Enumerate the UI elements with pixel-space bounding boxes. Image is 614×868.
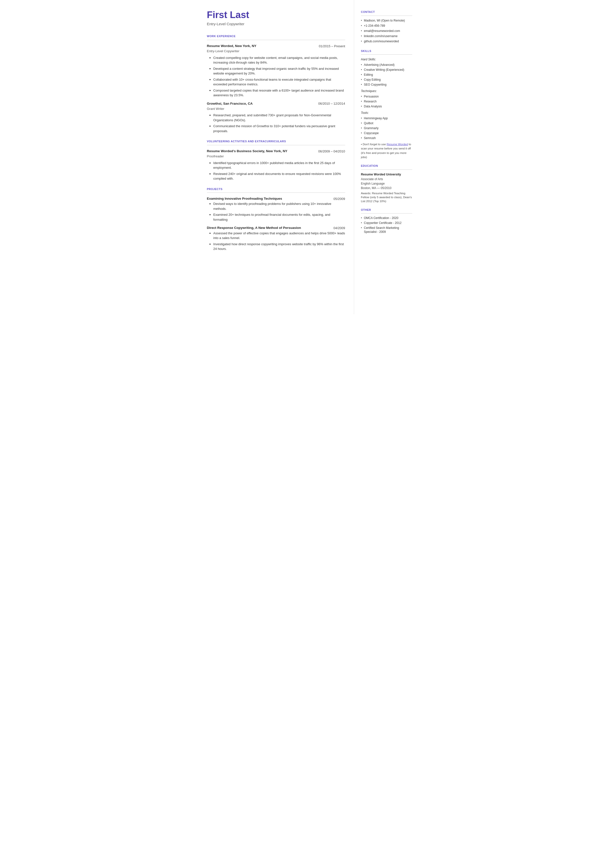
techniques-label: Techniques: [361,89,412,93]
volunteer-1-company: Resume Worded's Business Society, New Yo… [207,149,288,154]
edu-school: Resume Worded University [361,172,412,177]
list-item: Devised ways to identify proofreading pr… [209,202,345,211]
list-item: Communicated the mission of Growthsi to … [209,124,345,134]
work-experience-divider [207,40,345,40]
list-item: Reviewed 240+ original and revised docum… [209,171,345,181]
project-1: Examining Innovative Proofreading Techni… [207,196,345,222]
projects-heading: PROJECTS [207,187,345,191]
list-item: Madison, WI (Open to Remote) [361,18,412,23]
edu-degree: Associate of Arts [361,177,412,182]
list-item: Research [361,99,412,104]
project-2-title: Direct Response Copywriting, A New Metho… [207,225,301,230]
education-divider [361,169,412,170]
list-item: Persuasion [361,94,412,99]
job-2-dates: 06/2010 – 12/2014 [318,101,345,106]
project-1-title: Examining Innovative Proofreading Techni… [207,196,282,201]
job-1-bullets: Created compelling copy for website cont… [207,56,345,98]
job-1: Resume Worded, New York, NY 01/2015 – Pr… [207,43,345,98]
list-item: Examined 20+ techniques to proofread fin… [209,212,345,222]
hard-skills-list: Advertising (Advanced) Creative Writing … [361,63,412,87]
edu-field: English Language [361,182,412,186]
contact-list: Madison, WI (Open to Remote) +1-234-456-… [361,18,412,43]
list-item: Quilbot [361,121,412,126]
list-item: Collaborated with 10+ cross-functional t… [209,77,345,87]
volunteer-1-dates: 06/2009 – 04/2010 [318,149,345,154]
list-item: Copy Editing [361,78,412,82]
list-item: Identified typographical errors in 1000+… [209,161,345,170]
volunteer-1-bullets: Identified typographical errors in 1000+… [207,161,345,181]
education-heading: EDUCATION [361,164,412,168]
job-1-company: Resume Worded, New York, NY [207,43,256,48]
list-item: Copycaspe [361,131,412,135]
promo-block: • Don't forget to use Resume Worded to s… [361,142,412,159]
edu-block: Resume Worded University Associate of Ar… [361,172,412,203]
list-item: Researched, prepared, and submitted 730+… [209,113,345,123]
candidate-title: Entry-Level Copywriter [207,21,345,27]
volunteer-1-header: Resume Worded's Business Society, New Yo… [207,149,345,154]
other-list: OMCA Certification - 2020 Copywriter Cer… [361,216,412,234]
other-heading: OTHER [361,208,412,212]
list-item: Copywriter Certificate - 2012 [361,221,412,225]
job-1-role: Entry-Level Copywriter [207,49,345,54]
list-item: +1-234-456-789 [361,23,412,28]
projects-divider [207,193,345,193]
tools-list: Hemmingway App Quilbot Grammarly Copycas… [361,116,412,140]
project-1-bullets: Devised ways to identify proofreading pr… [207,202,345,222]
volunteer-1-role: Proofreader [207,154,345,159]
other-divider [361,213,412,214]
work-experience-heading: WORK EXPERIENCE [207,34,345,38]
project-1-date: 05/2009 [333,196,345,202]
tools-label: Tools: [361,110,412,115]
job-1-dates: 01/2015 – Present [319,44,345,49]
job-2-bullets: Researched, prepared, and submitted 730+… [207,113,345,134]
promo-link[interactable]: Resume Worded [387,143,408,146]
job-2: Growthsi, San Francisco, CA 06/2010 – 12… [207,101,345,134]
list-item: Developed a content strategy that improv… [209,66,345,76]
list-item: OMCA Certification - 2020 [361,216,412,220]
project-2: Direct Response Copywriting, A New Metho… [207,225,345,251]
promo-prefix: • Don't forget to use [361,143,387,146]
volunteering-heading: VOLUNTEERING ACTIVITIES AND EXTRACURRICU… [207,139,345,143]
volunteer-1: Resume Worded's Business Society, New Yo… [207,149,345,181]
contact-divider [361,16,412,16]
project-2-header: Direct Response Copywriting, A New Metho… [207,225,345,230]
contact-section: CONTACT Madison, WI (Open to Remote) +1-… [361,10,412,43]
skills-section: SKILLS Hard Skills: Advertising (Advance… [361,49,412,160]
right-column: CONTACT Madison, WI (Open to Remote) +1-… [354,0,419,314]
project-2-date: 04/2009 [333,226,345,231]
edu-location-date: Boston, MA — 05/2010 [361,186,412,190]
list-item: Grammarly [361,126,412,130]
list-item: Hemmingway App [361,116,412,121]
job-1-header: Resume Worded, New York, NY 01/2015 – Pr… [207,43,345,48]
techniques-list: Persuasion Research Data Analysis [361,94,412,109]
list-item: SEO Copywriting [361,82,412,87]
list-item: Data Analysis [361,104,412,109]
list-item: Editing [361,73,412,77]
list-item: linkedin.com/in/username [361,34,412,38]
list-item: github.com/resumeworded [361,39,412,43]
candidate-name: First Last [207,10,345,20]
left-column: First Last Entry-Level Copywriter WORK E… [196,0,354,314]
skills-divider [361,54,412,55]
list-item: Assessed the power of effective copies t… [209,231,345,241]
list-item: Composed targeted copies that resonate w… [209,88,345,98]
edu-awards: Awards: Resume Worded Teaching Fellow (o… [361,191,412,203]
job-2-company: Growthsi, San Francisco, CA [207,101,253,106]
education-section: EDUCATION Resume Worded University Assoc… [361,164,412,203]
list-item: Investigated how direct response copywri… [209,242,345,252]
list-item: Semrush [361,136,412,140]
resume-page: First Last Entry-Level Copywriter WORK E… [196,0,419,314]
contact-heading: CONTACT [361,10,412,14]
project-2-bullets: Assessed the power of effective copies t… [207,231,345,252]
skills-heading: SKILLS [361,49,412,53]
hard-skills-label: Hard Skills: [361,57,412,62]
header-block: First Last Entry-Level Copywriter [207,10,345,27]
list-item: Creative Writing (Experienced) [361,68,412,72]
project-1-header: Examining Innovative Proofreading Techni… [207,196,345,201]
list-item: Advertising (Advanced) [361,63,412,67]
list-item: Certified Search Marketing Specialist - … [361,226,412,234]
job-2-header: Growthsi, San Francisco, CA 06/2010 – 12… [207,101,345,106]
list-item: Created compelling copy for website cont… [209,56,345,65]
job-2-role: Grant Writer [207,106,345,111]
list-item: email@resumeworded.com [361,29,412,33]
